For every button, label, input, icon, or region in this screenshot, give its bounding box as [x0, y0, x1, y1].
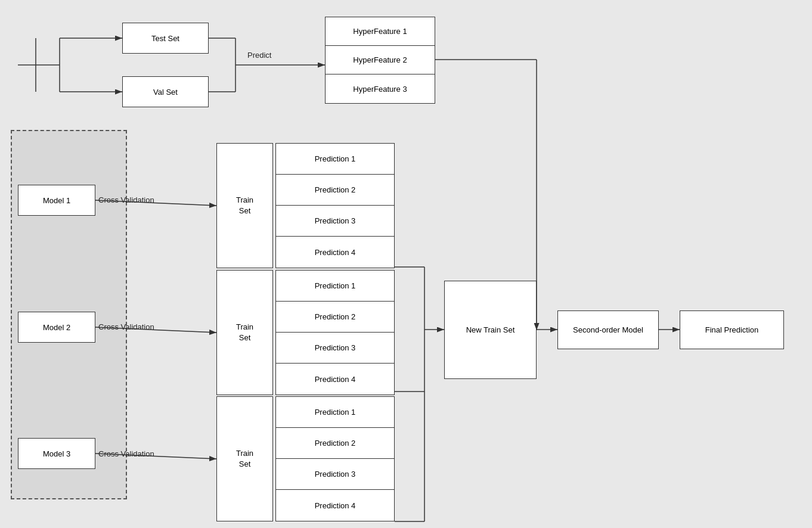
predict-label: Predict: [247, 51, 271, 60]
hyper-feature-2: HyperFeature 2: [326, 46, 435, 74]
pred3-1: Prediction 1: [276, 397, 394, 428]
cross-validation-2-label: Cross Validation: [98, 322, 154, 331]
diagram: Test Set Val Set HyperFeature 1 HyperFea…: [0, 0, 812, 528]
val-set-box: Val Set: [122, 76, 209, 107]
test-set-box: Test Set: [122, 23, 209, 54]
pred3-3: Prediction 3: [276, 459, 394, 490]
pred3-4: Prediction 4: [276, 490, 394, 521]
model-2-box: Model 2: [18, 312, 95, 343]
pred2-3: Prediction 3: [276, 333, 394, 364]
new-train-set-box: New Train Set: [444, 281, 537, 379]
final-prediction-box: Final Prediction: [680, 310, 784, 349]
train-set-2: Train Set: [216, 270, 273, 395]
model-3-box: Model 3: [18, 438, 95, 469]
train-set-3: Train Set: [216, 396, 273, 521]
pred2-2: Prediction 2: [276, 302, 394, 333]
pred3-2: Prediction 2: [276, 428, 394, 459]
pred1-1: Prediction 1: [276, 144, 394, 175]
pred2-4: Prediction 4: [276, 364, 394, 395]
hyper-features-group: HyperFeature 1 HyperFeature 2 HyperFeatu…: [325, 17, 435, 104]
pred1-3: Prediction 3: [276, 206, 394, 237]
pred1-4: Prediction 4: [276, 237, 394, 268]
predictions-group-2: Prediction 1 Prediction 2 Prediction 3 P…: [275, 270, 395, 395]
predictions-group-1: Prediction 1 Prediction 2 Prediction 3 P…: [275, 143, 395, 268]
hyper-feature-1: HyperFeature 1: [326, 17, 435, 46]
cross-validation-1-label: Cross Validation: [98, 195, 154, 204]
train-set-1: Train Set: [216, 143, 273, 268]
cross-validation-3-label: Cross Validation: [98, 449, 154, 458]
pred2-1: Prediction 1: [276, 271, 394, 302]
predictions-group-3: Prediction 1 Prediction 2 Prediction 3 P…: [275, 396, 395, 521]
pred1-2: Prediction 2: [276, 175, 394, 206]
model-1-box: Model 1: [18, 185, 95, 216]
second-order-model-box: Second-order Model: [557, 310, 659, 349]
hyper-feature-3: HyperFeature 3: [326, 74, 435, 103]
